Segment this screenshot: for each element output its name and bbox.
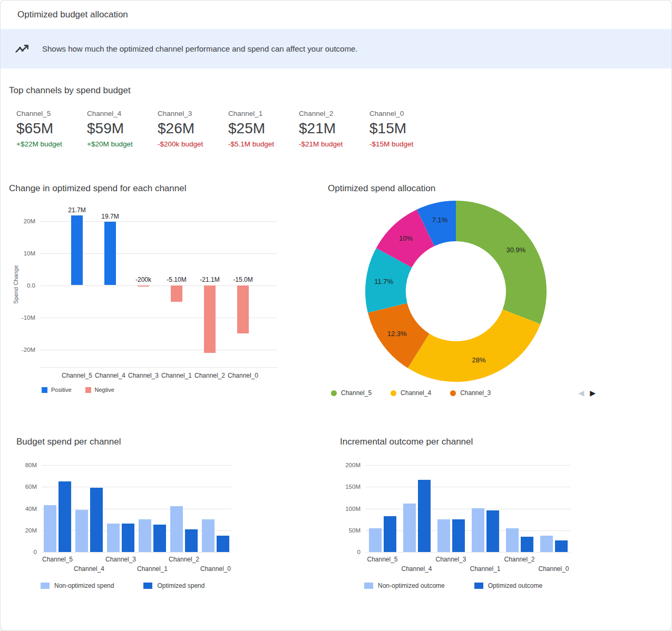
y-tick-label: 20M [9,218,35,225]
optimized-budget-allocation-panel: Optimized budget allocation Shows how mu… [0,0,672,631]
bar-channel_4-non-optimized [403,504,416,552]
y-tick-label: 80M [16,461,37,469]
spend-change-bar-chart: 20M10M0.0-10M-20M21.7MChannel_519.7MChan… [9,196,294,381]
bar-channel_3-optimized [122,524,134,552]
y-tick-label: 100M [340,505,361,512]
x-tick-label: Channel_4 [399,565,435,573]
channel-card-channel_3: Channel_3$26M-$200k budget [158,110,228,148]
bar-channel_1-optimized [486,510,499,552]
legend-swatch [450,390,456,396]
gridline [365,465,571,466]
bar-channel_1-non-optimized [472,508,484,552]
bar-channel_4-optimized [90,488,103,552]
legend-item-non-optimized-outcome: Non-optimized outcome [364,582,445,589]
channel-amount: $26M [158,120,228,137]
y-tick-label: -20M [9,346,35,353]
gridline [365,552,571,553]
legend-item-non-optimized-spend: Non-optimized spend [41,582,114,589]
channel-card-channel_4: Channel_4$59M+$20M budget [87,110,158,148]
budget-spend-legend: Non-optimized spendOptimized spend [41,582,324,589]
x-tick-label: Channel_4 [71,565,107,573]
slice-percentage-label: 11.7% [374,278,393,285]
legend-label: Positive [51,387,72,393]
x-tick-label: Channel_0 [225,372,261,379]
top-channels-title: Top channels by spend budget [9,85,663,96]
slice-percentage-label: 7.1% [432,216,448,224]
y-tick-label: 0.0 [9,282,35,289]
page-title: Optimized budget allocation [17,9,655,20]
bar-channel_0-optimized [555,540,568,552]
incremental-outcome-legend: Non-optimized outcomeOptimized outcome [364,582,671,589]
y-tick-label: 20M [16,527,37,534]
channel-name: Channel_0 [369,110,440,117]
bar-channel_5-non-optimized [44,505,56,552]
bar-channel_3-optimized [452,519,465,552]
y-tick-label: 200M [340,461,361,469]
bar-channel_0 [237,285,249,334]
slice-percentage-label: 12.3% [387,330,407,338]
banner-text: Shows how much the optimized channel per… [42,44,357,53]
legend-swatch [474,583,483,589]
y-tick-label: 0 [340,548,361,556]
x-tick-label: Channel_1 [159,372,194,379]
x-tick-label: Channel_3 [433,556,469,563]
budget-spend-chart-card: Budget spend per channel 020M40M60M80MCh… [1,437,324,589]
legend-next-button[interactable]: ▶ [590,389,596,397]
bar-channel_0-non-optimized [202,519,215,552]
slice-percentage-label: 28% [472,356,485,364]
top-channels-section: Top channels by spend budget Channel_5$6… [1,85,671,148]
charts-row-top: Change in optimized spend for each chann… [1,183,671,397]
x-tick-label: Channel_4 [92,372,128,379]
bar-channel_4-non-optimized [75,510,88,552]
y-tick-label: -10M [9,314,35,321]
x-tick-label: Channel_0 [536,565,572,573]
legend-label: Non-optimized outcome [378,582,445,589]
bar-channel_2-optimized [185,529,198,552]
legend-item-channel-5: Channel_5 [331,389,372,397]
channel-cards: Channel_5$65M+$22M budgetChannel_4$59M+$… [9,110,663,148]
bar-channel_0-optimized [217,536,229,552]
channel-budget-delta: -$21M budget [299,140,369,148]
trending-up-icon [14,40,31,58]
legend-prev-button[interactable]: ◀ [578,389,584,397]
slice-percentage-label: 30.9% [506,246,525,254]
channel-budget-delta: +$20M budget [87,140,158,148]
bar-channel_5-optimized [59,481,71,552]
panel-header: Optimized budget allocation [1,1,671,29]
channel-card-channel_5: Channel_5$65M+$22M budget [16,110,87,148]
x-tick-label: Channel_1 [468,565,503,573]
channel-name: Channel_1 [228,110,299,117]
legend-label: Channel_5 [341,389,372,397]
bar-channel_2 [204,285,216,353]
legend-swatch [41,583,50,589]
bar-value-label: -200k [125,276,161,283]
info-banner: Shows how much the optimized channel per… [1,29,671,68]
bar-value-label: -15.0M [225,276,261,283]
legend-item-optimized-spend: Optimized spend [143,582,204,589]
legend-label: Negtive [95,387,114,393]
spend-allocation-chart-card: Optimized spend allocation 30.9%28%12.3%… [319,183,671,397]
x-tick-label: Channel_2 [192,372,228,379]
bar-channel_2-non-optimized [170,506,183,552]
spend-change-chart-card: Change in optimized spend for each chann… [1,183,319,397]
legend-item-channel-3: Channel_3 [450,389,491,397]
legend-swatch [143,583,152,589]
legend-label: Optimized spend [157,582,204,589]
channel-budget-delta: +$22M budget [16,140,87,148]
donut-svg: 30.9%28%12.3%11.7%10%7.1% [364,199,548,383]
channel-amount: $15M [369,120,440,137]
legend-label: Optimized outcome [488,582,542,589]
donut-legend-row: Channel_5Channel_4Channel_3 ◀ ▶ [328,389,596,397]
bar-channel_1-optimized [153,525,166,552]
channel-name: Channel_2 [299,110,369,117]
legend-swatch [42,387,47,393]
donut-legend: Channel_5Channel_4Channel_3 [331,389,491,397]
channel-amount: $21M [299,120,369,137]
legend-pager: ◀ ▶ [578,389,596,397]
bar-value-label: 21.7M [59,206,95,214]
channel-card-channel_2: Channel_2$21M-$21M budget [299,110,369,148]
x-tick-label: Channel_5 [59,372,95,379]
spend-change-chart-title: Change in optimized spend for each chann… [9,183,319,194]
incremental-outcome-chart-title: Incremental outcome per channel [340,437,671,447]
bar-channel_1 [171,285,182,302]
